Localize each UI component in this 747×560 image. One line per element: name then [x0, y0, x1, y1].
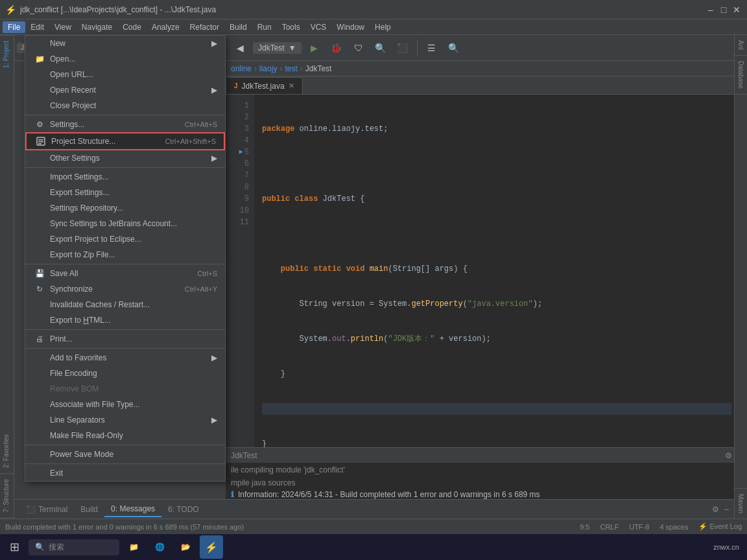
gear-icon[interactable]: ⚙	[725, 451, 732, 460]
tab-terminal[interactable]: ⬛ Terminal	[19, 502, 74, 517]
submenu-arrow: ▶	[211, 39, 217, 48]
editor-tab-jdktest[interactable]: J JdkTest.java ✕	[226, 77, 303, 94]
file-type-icon	[33, 399, 46, 410]
menu-item-synchronize[interactable]: ↻ Synchronize Ctrl+Alt+Y	[25, 281, 225, 297]
separator-1	[25, 115, 225, 115]
taskbar-edge[interactable]: 🌐	[148, 535, 171, 559]
menu-item-sync-settings[interactable]: Sync Settings to JetBrains Account...	[25, 216, 225, 231]
menu-item-line-separators[interactable]: Line Separators ▶	[25, 412, 225, 428]
panel-minimize-icon[interactable]: –	[724, 505, 729, 514]
terminal-icon: ⬛	[26, 505, 36, 514]
debug-button[interactable]: 🐞	[327, 39, 346, 57]
panel-settings-icon[interactable]: ⚙	[712, 505, 719, 514]
menu-item-open-recent[interactable]: Open Recent ▶	[25, 82, 225, 98]
tab-build[interactable]: Build	[74, 502, 104, 517]
menu-build[interactable]: Build	[224, 21, 252, 33]
menu-item-export-html[interactable]: Export to HTML...	[25, 312, 225, 328]
menu-vcs[interactable]: VCS	[305, 21, 332, 33]
run-config-arrow[interactable]: ▼	[289, 43, 296, 52]
tab-todo[interactable]: 6: TODO	[161, 502, 206, 517]
breadcrumb-test[interactable]: test	[285, 64, 297, 73]
menu-help[interactable]: Help	[370, 21, 396, 33]
indent[interactable]: 4 spaces	[659, 523, 688, 531]
left-sidebar: 1: Project 2: Favorites 7: Structure	[0, 35, 14, 519]
print-icon: 🖨	[33, 334, 46, 344]
menu-item-close-project[interactable]: Close Project	[25, 98, 225, 113]
event-log[interactable]: ⚡ Event Log	[698, 522, 742, 531]
svg-rect-2	[38, 141, 43, 143]
tab-close-btn[interactable]: ✕	[289, 82, 294, 90]
menu-item-remove-bom: Remove BOM	[25, 381, 225, 397]
tab-messages[interactable]: 0: Messages	[104, 502, 161, 517]
breadcrumb-sep2: ›	[279, 64, 282, 73]
menu-tools[interactable]: Tools	[277, 21, 305, 33]
breadcrumb-jdktest: JdkTest	[305, 64, 332, 73]
menu-item-exit[interactable]: Exit	[25, 465, 225, 481]
search-bar[interactable]: 🔍 搜索	[29, 539, 119, 555]
close-button[interactable]: ✕	[731, 5, 742, 15]
menu-item-power-save[interactable]: Power Save Mode	[25, 447, 225, 462]
menu-item-add-favorites[interactable]: Add to Favorites ▶	[25, 350, 225, 366]
menu-run[interactable]: Run	[252, 21, 277, 33]
sidebar-ant[interactable]: Ant	[735, 35, 747, 56]
taskbar-files[interactable]: 📂	[174, 535, 197, 559]
settings-toolbar-button[interactable]: ☰	[423, 39, 441, 57]
menu-item-export-zip[interactable]: Export to Zip File...	[25, 247, 225, 262]
separator-3	[25, 264, 225, 264]
menu-item-other-settings[interactable]: Other Settings ▶	[25, 150, 225, 166]
menu-navigate[interactable]: Navigate	[77, 21, 117, 33]
menu-item-open-url[interactable]: Open URL...	[25, 67, 225, 82]
menu-item-make-readonly[interactable]: Make File Read-Only	[25, 428, 225, 443]
menu-item-import-settings[interactable]: Import Settings...	[25, 169, 225, 185]
run-button[interactable]: ▶	[305, 39, 324, 57]
sidebar-project[interactable]: 1: Project	[0, 35, 14, 73]
menu-item-settings[interactable]: ⚙ Settings... Ctrl+Alt+S	[25, 117, 225, 132]
breadcrumb-online[interactable]: online	[231, 64, 252, 73]
menu-item-file-encoding[interactable]: File Encoding	[25, 366, 225, 381]
back-button[interactable]: ◀	[231, 39, 249, 57]
menu-code[interactable]: Code	[117, 21, 147, 33]
taskbar-explorer[interactable]: 📁	[122, 535, 145, 559]
menu-file[interactable]: File	[3, 21, 25, 33]
sidebar-database[interactable]: Database	[735, 56, 747, 95]
sidebar-maven[interactable]: Maven	[735, 488, 747, 519]
coverage-button[interactable]: 🛡	[350, 39, 368, 57]
cursor-position[interactable]: 9:5	[580, 523, 589, 531]
breadcrumb-liaojy[interactable]: liaojy	[259, 64, 277, 73]
sidebar-structure[interactable]: 7: Structure	[0, 474, 14, 519]
menu-edit[interactable]: Edit	[25, 21, 49, 33]
encoding[interactable]: UTF-8	[629, 523, 649, 531]
svg-rect-3	[38, 143, 42, 145]
save-icon: 💾	[33, 268, 46, 279]
file-encoding-icon	[33, 368, 46, 379]
menu-analyze[interactable]: Analyze	[147, 21, 185, 33]
minimize-button[interactable]: –	[706, 5, 716, 15]
menu-view[interactable]: View	[49, 21, 77, 33]
sync-icon	[33, 218, 46, 229]
submenu-arrow-fav: ▶	[211, 353, 217, 362]
taskbar-intellij[interactable]: ⚡	[200, 535, 223, 559]
menu-item-save-all[interactable]: 💾 Save All Ctrl+S	[25, 266, 225, 281]
menu-item-invalidate-caches[interactable]: Invalidate Caches / Restart...	[25, 297, 225, 312]
stop-button[interactable]: ⬛	[394, 39, 412, 57]
menu-refactor[interactable]: Refactor	[185, 21, 224, 33]
line-ending[interactable]: CRLF	[600, 523, 619, 531]
menu-item-project-structure[interactable]: Project Structure... Ctrl+Alt+Shift+S	[25, 132, 225, 150]
svg-rect-1	[38, 139, 43, 141]
maximize-button[interactable]: □	[718, 5, 729, 15]
menu-window[interactable]: Window	[331, 21, 370, 33]
sidebar-favorites[interactable]: 2: Favorites	[0, 429, 14, 474]
profile-button[interactable]: 🔍	[372, 39, 390, 57]
menu-item-open[interactable]: 📁 Open...	[25, 51, 225, 67]
window-controls[interactable]: – □ ✕	[706, 5, 742, 15]
menu-item-export-settings[interactable]: Export Settings...	[25, 185, 225, 200]
search-everywhere-button[interactable]: 🔍	[445, 39, 463, 57]
settings-icon: ⚙	[33, 119, 46, 130]
menu-item-settings-repository[interactable]: Settings Repository...	[25, 200, 225, 216]
start-button[interactable]: ⊞	[3, 535, 26, 559]
menu-item-print[interactable]: 🖨 Print...	[25, 331, 225, 347]
menu-item-associate-file-type[interactable]: Associate with File Type...	[25, 397, 225, 412]
tab-filename: JdkTest.java	[242, 82, 285, 91]
menu-item-new[interactable]: New ▶	[25, 36, 225, 51]
menu-item-export-eclipse[interactable]: Export Project to Eclipse...	[25, 231, 225, 247]
